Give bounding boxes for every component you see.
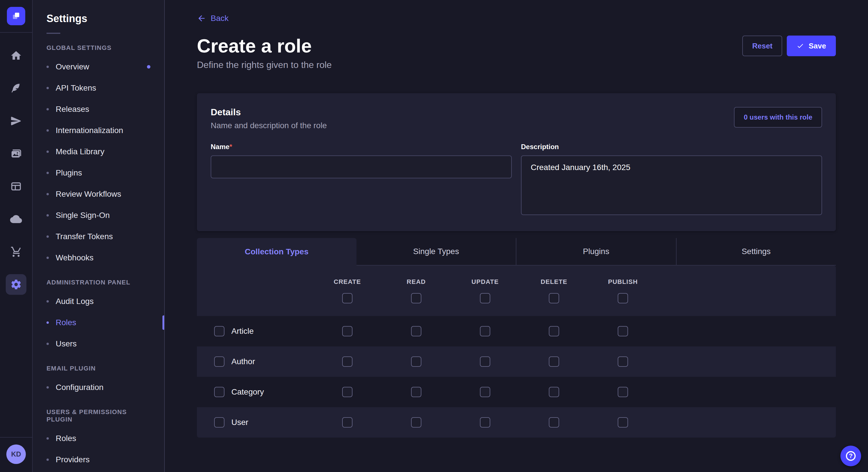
save-button[interactable]: Save [787,36,836,56]
checkbox-author-publish[interactable] [618,357,628,367]
sidebar-item-roles-active[interactable]: Roles [33,312,164,333]
row-checkbox-article[interactable] [214,326,224,336]
sidebar-item-up-roles[interactable]: Roles [33,428,164,449]
checkbox-article-publish[interactable] [618,326,628,336]
checkbox-user-read[interactable] [411,417,422,428]
content-manager-feather-icon[interactable] [6,78,26,99]
name-field-group: Name* [211,143,512,217]
permissions-table-header: CREATE READ UPDATE DELETE [197,266,836,316]
tab-settings[interactable]: Settings [676,238,836,266]
checkbox-article-create[interactable] [342,326,352,336]
checkbox-select-all-delete[interactable] [549,293,559,303]
marketplace-cart-icon[interactable] [6,241,26,262]
checkbox-article-update[interactable] [480,326,490,336]
sidebar-item-audit-logs[interactable]: Audit Logs [33,291,164,312]
description-label: Description [521,143,822,151]
description-textarea[interactable]: Created January 16th, 2025 [521,156,822,215]
cloud-icon[interactable] [6,209,26,229]
bullet-icon [46,235,49,238]
name-label: Name* [211,143,512,151]
table-row-author: Author [197,346,836,377]
media-library-icon[interactable] [6,143,26,164]
icon-sidebar-nav [6,45,26,295]
bullet-icon [46,437,49,440]
checkbox-article-delete[interactable] [549,326,559,336]
page-title: Create a role [197,34,332,57]
bullet-icon [46,300,49,303]
checkbox-category-read[interactable] [411,387,422,397]
checkbox-user-create[interactable] [342,417,352,428]
bullet-icon [46,214,49,216]
sidebar-item-providers[interactable]: Providers [33,449,164,470]
bullet-icon [46,343,49,345]
checkbox-select-all-read[interactable] [411,293,422,303]
column-header-publish: PUBLISH [608,278,638,285]
strapi-logo[interactable] [7,7,25,25]
sidebar-item-webhooks[interactable]: Webhooks [33,247,164,268]
users-with-role-button[interactable]: 0 users with this role [734,107,822,128]
checkbox-author-create[interactable] [342,357,352,367]
checkbox-user-delete[interactable] [549,417,559,428]
checkbox-category-update[interactable] [480,387,490,397]
sidebar-item-api-tokens[interactable]: API Tokens [33,77,164,99]
page-header: Create a role Define the rights given to… [197,34,836,70]
tab-collection-types[interactable]: Collection Types [197,238,356,266]
releases-paper-plane-icon[interactable] [6,111,26,131]
notification-dot-icon [147,65,150,69]
name-input[interactable] [211,156,512,178]
details-title: Details [211,107,327,117]
sidebar-item-users[interactable]: Users [33,333,164,355]
help-button[interactable]: ? [840,446,861,466]
checkbox-category-delete[interactable] [549,387,559,397]
checkbox-author-update[interactable] [480,357,490,367]
sidebar-item-media-library[interactable]: Media Library [33,141,164,162]
checkbox-user-update[interactable] [480,417,490,428]
sidebar-item-single-sign-on[interactable]: Single Sign-On [33,205,164,226]
row-label: Author [231,357,255,366]
tab-single-types[interactable]: Single Types [356,238,516,266]
sidebar-item-configuration[interactable]: Configuration [33,377,164,398]
checkbox-select-all-update[interactable] [480,293,490,303]
table-row-user: User [197,407,836,438]
bullet-icon [46,129,49,132]
section-label-users-permissions-plugin: USERS & PERMISSIONS PLUGIN [33,408,164,423]
checkbox-category-create[interactable] [342,387,352,397]
app-window: KD Settings GLOBAL SETTINGS Overview API… [0,0,868,472]
bullet-icon [46,386,49,389]
sidebar-item-label: API Tokens [56,83,96,93]
sidebar-item-transfer-tokens[interactable]: Transfer Tokens [33,226,164,247]
sidebar-item-label: Single Sign-On [56,211,110,220]
settings-gear-icon[interactable] [6,274,26,295]
checkbox-category-publish[interactable] [618,387,628,397]
check-icon [797,42,804,49]
avatar[interactable]: KD [6,444,26,464]
sidebar-item-overview[interactable]: Overview [33,56,164,77]
sidebar-item-internationalization[interactable]: Internationalization [33,120,164,141]
row-checkbox-author[interactable] [214,357,224,367]
tab-plugins[interactable]: Plugins [516,238,676,266]
bullet-icon [46,193,49,195]
reset-button[interactable]: Reset [742,36,782,56]
page-subtitle: Define the rights given to the role [197,60,332,70]
checkbox-user-publish[interactable] [618,417,628,428]
sidebar-item-plugins[interactable]: Plugins [33,162,164,183]
checkbox-article-read[interactable] [411,326,422,336]
checkbox-author-delete[interactable] [549,357,559,367]
home-icon[interactable] [6,45,26,66]
description-field-group: Description Created January 16th, 2025 [521,143,822,217]
checkbox-author-read[interactable] [411,357,422,367]
bullet-icon [46,172,49,174]
sidebar-item-label: Audit Logs [56,297,94,306]
checkbox-select-all-create[interactable] [342,293,352,303]
row-checkbox-user[interactable] [214,417,224,428]
content-type-builder-layout-icon[interactable] [6,176,26,197]
sidebar-item-review-workflows[interactable]: Review Workflows [33,183,164,205]
back-button[interactable]: Back [197,14,228,23]
section-label-email-plugin: EMAIL PLUGIN [33,365,164,372]
sidebar-item-releases[interactable]: Releases [33,99,164,120]
checkbox-select-all-publish[interactable] [618,293,628,303]
sidebar-item-label: Review Workflows [56,190,121,199]
sidebar-item-label: Providers [56,455,90,464]
row-checkbox-category[interactable] [214,387,224,397]
bullet-icon [46,257,49,259]
